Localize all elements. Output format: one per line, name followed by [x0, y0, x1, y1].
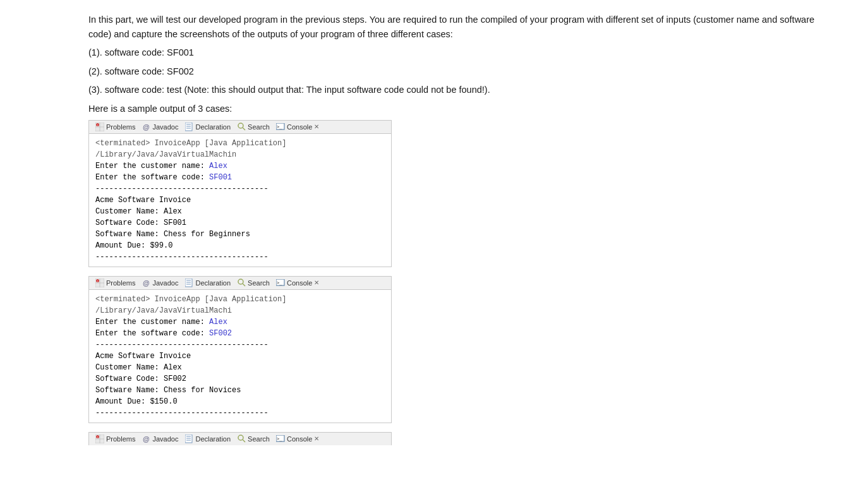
svg-text:>_: >_: [277, 436, 282, 441]
declaration-label-3: Declaration: [195, 435, 231, 443]
declaration-label-1: Declaration: [195, 123, 231, 131]
search-label-1: Search: [248, 123, 270, 131]
javadoc-label-2: Javadoc: [152, 279, 178, 287]
search-label-2: Search: [248, 279, 270, 287]
console-label-2: Console: [287, 279, 312, 287]
separator2-1: --------------------------------------: [95, 251, 385, 263]
separator1-2: --------------------------------------: [95, 339, 385, 351]
svg-point-9: [238, 123, 243, 128]
terminated-line-2: <terminated> InvoiceApp [Java Applicatio…: [95, 294, 385, 316]
problems-icon-1: !: [95, 123, 104, 131]
separator2-2: --------------------------------------: [95, 407, 385, 419]
software-code-line-2: Software Code: SF002: [95, 373, 385, 385]
console-tab-2[interactable]: >_ Console ✕: [274, 278, 322, 288]
console-line2-2: Enter the software code: SF002: [95, 328, 385, 339]
software-code-value-1: SF001: [209, 173, 232, 182]
eclipse-toolbar-1: ! Problems @ Javadoc Declara: [88, 120, 392, 133]
svg-text:!: !: [97, 123, 98, 126]
javadoc-tab-3[interactable]: @ Javadoc: [139, 434, 181, 444]
eclipse-toolbar-2: ! Problems @ Javadoc Declara: [88, 276, 392, 289]
console-line2-1: Enter the software code: SF001: [95, 172, 385, 183]
close-icon-3[interactable]: ✕: [314, 435, 319, 442]
javadoc-label-3: Javadoc: [152, 435, 178, 443]
console-tab-1[interactable]: >_ Console ✕: [274, 122, 322, 132]
svg-line-10: [243, 128, 245, 130]
javadoc-tab-1[interactable]: @ Javadoc: [139, 122, 181, 132]
declaration-icon-1: [184, 123, 193, 131]
svg-point-22: [238, 279, 243, 284]
software-code-value-2: SF002: [209, 329, 232, 338]
software-code-line-1: Software Code: SF001: [95, 217, 385, 229]
console-block-2: ! Problems @ Javadoc Declara: [88, 276, 826, 423]
intro-paragraph: In this part, we will test our developed…: [88, 13, 826, 42]
content-area: In this part, we will test our developed…: [88, 13, 826, 97]
problems-icon-3: !: [95, 435, 104, 443]
invoice-title-1: Acme Software Invoice: [95, 195, 385, 206]
console-block-3: ! Problems @ Javadoc Declara: [88, 432, 826, 445]
declaration-icon-2: [184, 279, 193, 287]
javadoc-tab-2[interactable]: @ Javadoc: [139, 278, 181, 288]
declaration-tab-2[interactable]: Declaration: [182, 278, 233, 288]
svg-point-35: [238, 435, 243, 440]
search-icon-2: [237, 279, 246, 287]
console-icon-3: >_: [276, 435, 285, 443]
enter-name-prefix-1: Enter the customer name:: [95, 162, 209, 171]
terminated-line-1: <terminated> InvoiceApp [Java Applicatio…: [95, 138, 385, 160]
item3: (3). software code: test (Note: this sho…: [88, 83, 826, 97]
problems-tab-3[interactable]: ! Problems: [93, 434, 138, 444]
console-label-1: Console: [287, 123, 312, 131]
console-output-1: <terminated> InvoiceApp [Java Applicatio…: [88, 133, 392, 267]
problems-label-3: Problems: [106, 435, 135, 443]
search-icon-1: [237, 123, 246, 131]
console-block-1: ! Problems @ Javadoc Declara: [88, 120, 826, 267]
svg-text:>_: >_: [277, 280, 282, 285]
page-wrapper: In this part, we will test our developed…: [0, 0, 851, 504]
close-icon-2[interactable]: ✕: [314, 279, 319, 286]
problems-tab-2[interactable]: ! Problems: [93, 278, 138, 288]
javadoc-label-1: Javadoc: [152, 123, 178, 131]
declaration-label-2: Declaration: [195, 279, 231, 287]
search-label-3: Search: [248, 435, 270, 443]
search-tab-2[interactable]: Search: [234, 278, 272, 288]
software-name-line-1: Software Name: Chess for Beginners: [95, 229, 385, 240]
customer-name-value-1: Alex: [209, 162, 227, 171]
javadoc-icon-1: @: [142, 123, 150, 131]
amount-due-line-1: Amount Due: $99.0: [95, 240, 385, 251]
search-icon-3: [237, 435, 246, 443]
svg-text:!: !: [97, 279, 98, 282]
enter-code-prefix-1: Enter the software code:: [95, 173, 209, 182]
customer-name-value-2: Alex: [209, 318, 227, 327]
separator1-1: --------------------------------------: [95, 183, 385, 195]
close-icon-1[interactable]: ✕: [314, 123, 319, 130]
console-tab-3[interactable]: >_ Console ✕: [274, 434, 322, 444]
svg-text:!: !: [97, 435, 98, 438]
sample-heading: Here is a sample output of 3 cases:: [88, 104, 826, 114]
invoice-title-2: Acme Software Invoice: [95, 351, 385, 362]
svg-text:>_: >_: [277, 124, 282, 129]
declaration-tab-3[interactable]: Declaration: [182, 434, 233, 444]
eclipse-toolbar-3: ! Problems @ Javadoc Declara: [88, 432, 392, 445]
item2: (2). software code: SF002: [88, 64, 826, 79]
software-name-line-2: Software Name: Chess for Novices: [95, 385, 385, 396]
enter-name-prefix-2: Enter the customer name:: [95, 318, 209, 327]
declaration-tab-1[interactable]: Declaration: [182, 122, 233, 132]
customer-name-line-1: Customer Name: Alex: [95, 206, 385, 217]
console-icon-2: >_: [276, 279, 285, 287]
item1: (1). software code: SF001: [88, 45, 826, 60]
console-output-2: <terminated> InvoiceApp [Java Applicatio…: [88, 289, 392, 423]
customer-name-line-2: Customer Name: Alex: [95, 362, 385, 373]
console-line1-2: Enter the customer name: Alex: [95, 316, 385, 328]
console-line1-1: Enter the customer name: Alex: [95, 160, 385, 172]
svg-line-36: [243, 440, 245, 442]
amount-due-line-2: Amount Due: $150.0: [95, 396, 385, 407]
javadoc-icon-2: @: [142, 279, 150, 287]
svg-line-23: [243, 284, 245, 286]
search-tab-3[interactable]: Search: [234, 434, 272, 444]
problems-tab-1[interactable]: ! Problems: [93, 122, 138, 132]
problems-label-2: Problems: [106, 279, 135, 287]
search-tab-1[interactable]: Search: [234, 122, 272, 132]
console-label-3: Console: [287, 435, 312, 443]
enter-code-prefix-2: Enter the software code:: [95, 329, 209, 338]
declaration-icon-3: [184, 435, 193, 443]
javadoc-icon-3: @: [142, 435, 150, 443]
